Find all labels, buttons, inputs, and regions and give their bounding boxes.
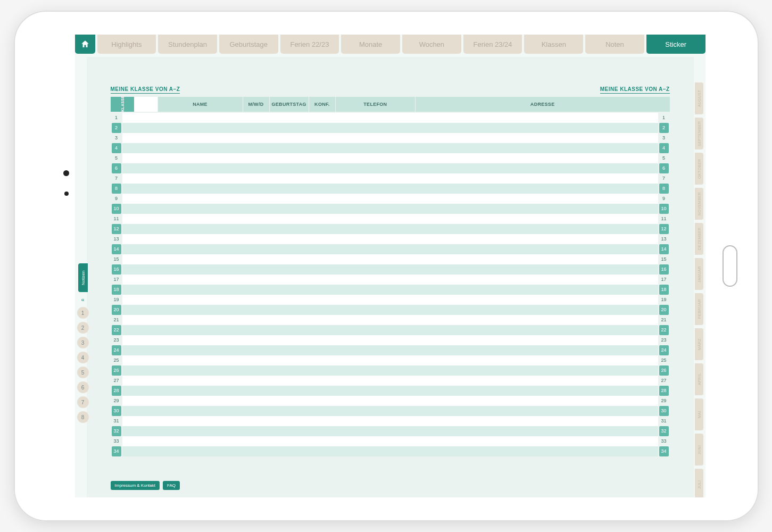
table-row[interactable]: 55: [111, 153, 670, 163]
row-body[interactable]: [122, 305, 658, 315]
row-body[interactable]: [122, 224, 658, 234]
row-body[interactable]: [122, 113, 658, 123]
row-body[interactable]: [122, 123, 658, 133]
row-body[interactable]: [122, 355, 658, 365]
month-tab-januar[interactable]: JANUAR: [695, 258, 703, 290]
month-tab-september[interactable]: SEPTEMBER: [695, 118, 703, 149]
table-row[interactable]: 88: [111, 184, 670, 194]
chevron-up-icon[interactable]: «: [81, 295, 84, 304]
month-tab-august[interactable]: AUGUST: [695, 82, 703, 114]
row-body[interactable]: [122, 295, 658, 305]
nav-tab-sticker[interactable]: Sticker: [646, 35, 705, 54]
table-row[interactable]: 3434: [111, 446, 670, 456]
month-tab-oktober[interactable]: OKTOBER: [695, 153, 703, 185]
table-row[interactable]: 2020: [111, 305, 670, 315]
nav-tab-geburtstage[interactable]: Geburtstage: [219, 35, 278, 54]
row-body[interactable]: [122, 234, 658, 244]
faq-button[interactable]: FAQ: [163, 481, 180, 490]
month-tab-dezember[interactable]: DEZEMBER: [695, 223, 703, 255]
nav-tab-noten[interactable]: Noten: [585, 35, 644, 54]
table-row[interactable]: 2424: [111, 345, 670, 355]
class-number-tab-1[interactable]: 1: [77, 307, 89, 319]
class-number-tab-3[interactable]: 3: [77, 337, 89, 348]
table-row[interactable]: 1212: [111, 224, 670, 234]
table-row[interactable]: 3131: [111, 416, 670, 426]
table-row[interactable]: 44: [111, 143, 670, 153]
table-row[interactable]: 33: [111, 133, 670, 143]
row-body[interactable]: [122, 325, 658, 335]
row-body[interactable]: [122, 204, 658, 214]
row-body[interactable]: [122, 406, 658, 416]
row-body[interactable]: [122, 254, 658, 264]
nav-tab-klassen[interactable]: Klassen: [524, 35, 583, 54]
table-row[interactable]: 1111: [111, 214, 670, 224]
table-row[interactable]: 1515: [111, 254, 670, 264]
row-body[interactable]: [122, 143, 658, 153]
row-body[interactable]: [122, 345, 658, 355]
table-row[interactable]: 1010: [111, 204, 670, 214]
table-row[interactable]: 2626: [111, 365, 670, 376]
row-body[interactable]: [122, 376, 658, 386]
table-row[interactable]: 1616: [111, 264, 670, 275]
row-body[interactable]: [122, 133, 658, 143]
month-tab-märz[interactable]: MÄRZ: [695, 328, 703, 360]
class-number-tab-6[interactable]: 6: [77, 381, 89, 393]
table-row[interactable]: 2828: [111, 386, 670, 396]
month-tab-april[interactable]: APRIL: [695, 363, 703, 395]
class-number-tab-5[interactable]: 5: [77, 367, 89, 378]
row-body[interactable]: [122, 194, 658, 204]
row-body[interactable]: [122, 446, 658, 456]
class-number-tab-4[interactable]: 4: [77, 352, 89, 363]
table-row[interactable]: 2525: [111, 355, 670, 365]
row-body[interactable]: [122, 315, 658, 325]
row-body[interactable]: [122, 184, 658, 194]
table-row[interactable]: 2323: [111, 335, 670, 345]
row-body[interactable]: [122, 436, 658, 446]
row-body[interactable]: [122, 244, 658, 254]
impressum-button[interactable]: Impressum & Kontakt: [111, 481, 160, 490]
table-row[interactable]: 1818: [111, 285, 670, 295]
table-row[interactable]: 1717: [111, 275, 670, 285]
row-body[interactable]: [122, 275, 658, 285]
klasse-input-cell[interactable]: [134, 97, 157, 112]
month-tab-mai[interactable]: MAI: [695, 398, 703, 430]
month-tab-februar[interactable]: FEBRUAR: [695, 293, 703, 325]
nav-tab-monate[interactable]: Monate: [341, 35, 400, 54]
month-tab-juli[interactable]: JULI: [695, 469, 703, 497]
notizen-tab[interactable]: Notizen: [78, 263, 88, 292]
nav-tab-wochen[interactable]: Wochen: [402, 35, 461, 54]
table-row[interactable]: 2727: [111, 376, 670, 386]
row-body[interactable]: [122, 335, 658, 345]
row-body[interactable]: [122, 426, 658, 436]
table-row[interactable]: 3030: [111, 406, 670, 416]
table-row[interactable]: 11: [111, 113, 670, 123]
row-body[interactable]: [122, 416, 658, 426]
class-number-tab-2[interactable]: 2: [77, 322, 89, 334]
row-body[interactable]: [122, 386, 658, 396]
table-row[interactable]: 66: [111, 163, 670, 173]
row-body[interactable]: [122, 214, 658, 224]
tablet-home-button[interactable]: [723, 245, 737, 287]
row-body[interactable]: [122, 163, 658, 173]
month-tab-november[interactable]: NOVEMBER: [695, 188, 703, 220]
class-number-tab-7[interactable]: 7: [77, 396, 89, 408]
row-body[interactable]: [122, 365, 658, 376]
nav-tab-highlights[interactable]: Highlights: [97, 35, 156, 54]
table-row[interactable]: 2121: [111, 315, 670, 325]
table-row[interactable]: 3232: [111, 426, 670, 436]
nav-tab-ferien-23-24[interactable]: Ferien 23/24: [463, 35, 522, 54]
table-row[interactable]: 2222: [111, 325, 670, 335]
table-row[interactable]: 22: [111, 123, 670, 133]
row-body[interactable]: [122, 153, 658, 163]
row-body[interactable]: [122, 264, 658, 275]
table-row[interactable]: 77: [111, 173, 670, 184]
table-row[interactable]: 1313: [111, 234, 670, 244]
table-row[interactable]: 1414: [111, 244, 670, 254]
table-row[interactable]: 99: [111, 194, 670, 204]
nav-tab-ferien-22-23[interactable]: Ferien 22/23: [280, 35, 339, 54]
class-number-tab-8[interactable]: 8: [77, 411, 89, 423]
row-body[interactable]: [122, 285, 658, 295]
nav-tab-stundenplan[interactable]: Stundenplan: [158, 35, 217, 54]
row-body[interactable]: [122, 173, 658, 184]
month-tab-juni[interactable]: JUNI: [695, 434, 703, 466]
